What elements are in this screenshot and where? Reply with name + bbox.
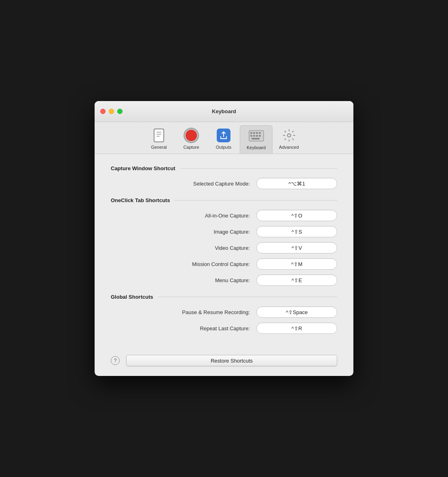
all-in-one-capture-button[interactable]: ^⇧O xyxy=(256,210,337,221)
toolbar: General Capture xyxy=(95,122,353,154)
tab-keyboard[interactable]: Keyboard xyxy=(240,125,273,154)
tab-capture[interactable]: Capture xyxy=(175,125,207,154)
menu-capture-label: Menu Capture: xyxy=(215,277,250,283)
global-section-header: Global Shortcuts xyxy=(111,294,337,300)
titlebar: Keyboard xyxy=(95,101,353,122)
capture-window-title: Capture Window Shortcut xyxy=(111,165,175,171)
traffic-lights xyxy=(100,109,123,114)
oneclick-section-header: OneClick Tab Shortcuts xyxy=(111,197,337,203)
section-divider xyxy=(158,297,337,297)
image-capture-button[interactable]: ^⇧S xyxy=(256,226,337,237)
pause-resume-row: Pause & Resume Recording: ^⇧Space xyxy=(111,306,337,318)
capture-icon xyxy=(184,128,199,143)
minimize-button[interactable] xyxy=(109,109,114,114)
all-in-one-capture-label: All-in-One Capture: xyxy=(205,213,250,219)
svg-rect-6 xyxy=(253,132,255,134)
tab-general[interactable]: General xyxy=(143,125,175,154)
pause-resume-button[interactable]: ^⇧Space xyxy=(256,306,337,318)
video-capture-button[interactable]: ^⇧V xyxy=(256,242,337,253)
svg-rect-13 xyxy=(251,138,260,139)
menu-capture-button[interactable]: ^⇧E xyxy=(256,274,337,286)
keyboard-icon xyxy=(249,128,264,144)
mission-control-button[interactable]: ^⇧M xyxy=(256,258,337,270)
menu-capture-row: Menu Capture: ^⇧E xyxy=(111,274,337,286)
section-divider xyxy=(175,200,337,201)
outputs-icon xyxy=(216,128,231,143)
svg-rect-5 xyxy=(250,132,252,134)
video-capture-label: Video Capture: xyxy=(215,245,250,251)
tab-capture-label: Capture xyxy=(183,145,199,150)
image-capture-label: Image Capture: xyxy=(213,229,250,235)
svg-rect-9 xyxy=(250,135,252,137)
advanced-icon xyxy=(281,128,297,143)
section-divider xyxy=(180,168,338,169)
general-icon xyxy=(151,128,167,143)
svg-rect-0 xyxy=(154,129,164,142)
oneclick-title: OneClick Tab Shortcuts xyxy=(111,197,170,203)
global-title: Global Shortcuts xyxy=(111,294,153,300)
tab-advanced[interactable]: Advanced xyxy=(273,125,305,154)
window-title: Keyboard xyxy=(212,108,236,114)
svg-rect-12 xyxy=(259,135,261,137)
tab-general-label: General xyxy=(151,145,167,150)
svg-rect-7 xyxy=(256,132,258,134)
tab-keyboard-label: Keyboard xyxy=(247,145,266,150)
all-in-one-capture-row: All-in-One Capture: ^⇧O xyxy=(111,210,337,221)
tab-outputs[interactable]: Outputs xyxy=(207,125,240,154)
mission-control-label: Mission Control Capture: xyxy=(192,261,250,267)
selected-capture-mode-row: Selected Capture Mode: ^⌥⌘1 xyxy=(111,178,337,189)
selected-capture-mode-label: Selected Capture Mode: xyxy=(193,181,250,187)
tab-advanced-label: Advanced xyxy=(279,145,299,150)
svg-rect-10 xyxy=(253,135,255,137)
video-capture-row: Video Capture: ^⇧V xyxy=(111,242,337,253)
svg-rect-8 xyxy=(259,132,261,134)
capture-window-section-header: Capture Window Shortcut xyxy=(111,165,337,171)
content-area: Capture Window Shortcut Selected Capture… xyxy=(95,154,353,348)
footer: ? Restore Shortcuts xyxy=(95,348,353,376)
help-button[interactable]: ? xyxy=(111,356,120,365)
repeat-last-capture-button[interactable]: ^⇧R xyxy=(256,323,337,334)
close-button[interactable] xyxy=(100,109,106,114)
selected-capture-mode-button[interactable]: ^⌥⌘1 xyxy=(256,178,337,189)
tab-outputs-label: Outputs xyxy=(216,145,232,150)
pause-resume-label: Pause & Resume Recording: xyxy=(182,309,250,315)
restore-shortcuts-button[interactable]: Restore Shortcuts xyxy=(126,355,337,366)
svg-rect-1 xyxy=(156,132,161,133)
toolbar-tabs: General Capture xyxy=(143,125,305,154)
mission-control-row: Mission Control Capture: ^⇧M xyxy=(111,258,337,270)
main-window: Keyboard General xyxy=(95,101,353,376)
repeat-last-capture-row: Repeat Last Capture: ^⇧R xyxy=(111,323,337,334)
repeat-last-capture-label: Repeat Last Capture: xyxy=(200,325,250,331)
image-capture-row: Image Capture: ^⇧S xyxy=(111,226,337,237)
svg-rect-11 xyxy=(256,135,258,137)
svg-rect-2 xyxy=(156,134,161,135)
svg-rect-3 xyxy=(156,136,160,137)
maximize-button[interactable] xyxy=(117,109,123,114)
